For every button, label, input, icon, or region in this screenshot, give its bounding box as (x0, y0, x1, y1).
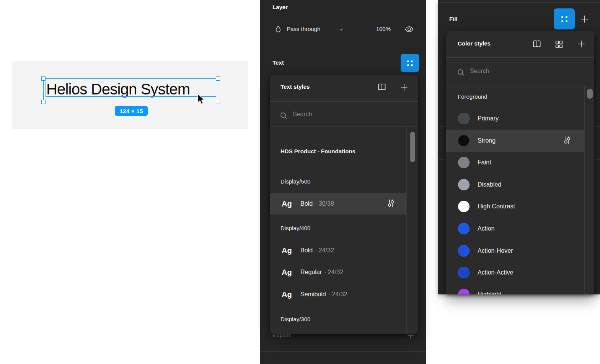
color-style-row[interactable]: Action (446, 218, 584, 240)
style-detail: · 24/32 (328, 291, 347, 298)
popup-divider (446, 86, 594, 86)
text-style-row[interactable]: Ag Bold · 24/32 (270, 240, 406, 261)
screenshot-stage: Helios Design System 124 × 15 Layer Pass… (0, 0, 600, 364)
color-swatch (458, 223, 470, 234)
style-detail: · 24/32 (324, 269, 343, 276)
grid-view-button grid-icon[interactable] (554, 39, 564, 49)
create-style-button plus-icon[interactable] (399, 82, 409, 92)
section-divider (260, 45, 426, 45)
section-divider (438, 2, 600, 3)
color-styles-popup-title: Color styles (458, 40, 491, 47)
text-style-row[interactable]: Ag Semibold · 24/32 (270, 284, 406, 305)
style-detail: · 24/32 (315, 247, 334, 254)
color-swatch (458, 113, 470, 124)
popup-divider (270, 101, 418, 102)
style-group-label: Display/400 (280, 223, 310, 233)
edit-style-button sliders-icon[interactable] (386, 198, 396, 209)
style-preview: Ag (282, 268, 298, 277)
color-style-row[interactable]: Disabled (446, 174, 584, 196)
color-style-name: Action (478, 225, 494, 232)
color-style-name: Strong (478, 137, 496, 144)
edit-style-button sliders-icon[interactable] (562, 135, 572, 146)
color-style-name: Highlight (478, 291, 501, 294)
color-style-row[interactable]: Strong (446, 130, 584, 152)
applied-text-style-button four-dots-icon[interactable] (401, 54, 419, 72)
opacity-field[interactable]: 100% (355, 25, 391, 33)
color-swatch (458, 157, 470, 168)
color-group-label: Foreground (458, 92, 488, 102)
style-library-button book-icon[interactable] (532, 39, 542, 49)
layer-section-title: Layer (272, 3, 288, 11)
text-style-row[interactable]: Ag Regular · 24/32 (270, 262, 406, 283)
create-style-button plus-icon[interactable] (576, 39, 586, 49)
text-styles-search-input[interactable] (293, 111, 388, 118)
search-icon (457, 68, 465, 76)
popup-divider (270, 126, 418, 127)
color-swatch (458, 245, 470, 257)
color-style-row[interactable]: Faint (446, 151, 584, 174)
style-group-label: Display/500 (280, 177, 310, 187)
style-name: Bold (300, 200, 313, 207)
color-style-row[interactable]: Action-Hover (446, 240, 584, 262)
text-styles-popup: Text styles HDS Product - Foundations Di… (270, 75, 418, 334)
scrollbar-thumb[interactable] (410, 132, 415, 162)
style-name: Semibold (300, 291, 326, 298)
applied-color-style-button four-dots-icon[interactable] (554, 8, 575, 29)
scrollbar-track-border (406, 127, 407, 334)
selection-handle-bottom-left[interactable] (41, 100, 46, 104)
scrollbar-thumb[interactable] (587, 89, 593, 99)
color-style-name: Disabled (478, 181, 501, 188)
blend-mode-icon droplet-icon (274, 25, 282, 33)
color-styles-popup: Color styles Foreground Primary (446, 31, 594, 294)
color-style-row[interactable]: Highlight (446, 283, 584, 294)
canvas-preview: Helios Design System 124 × 15 (12, 61, 248, 129)
selection-handle-top-right[interactable] (216, 76, 220, 81)
text-section-title: Text (272, 58, 284, 67)
color-style-name: Faint (478, 159, 491, 166)
selection-bounding-box[interactable] (43, 78, 218, 102)
color-style-name: Action-Active (478, 269, 513, 276)
selection-handle-top-left[interactable] (41, 76, 46, 81)
text-style-row[interactable]: Ag Bold · 30/38 (270, 193, 406, 214)
popup-divider (446, 57, 594, 58)
color-style-row[interactable]: Primary (446, 107, 584, 130)
library-group-label: HDS Product - Foundations (280, 146, 355, 156)
style-name: Regular (300, 269, 322, 276)
style-group-label: Display/300 (280, 314, 310, 324)
style-detail: · 30/38 (315, 200, 334, 207)
section-divider (260, 351, 426, 352)
style-preview: Ag (282, 200, 298, 208)
color-style-name: Action-Hover (478, 247, 513, 254)
search-icon (280, 112, 288, 120)
size-badge: 124 × 15 (115, 106, 148, 116)
selection-handle-bottom-right[interactable] (216, 100, 220, 104)
fill-section-title: Fill (449, 15, 458, 23)
mouse-cursor-icon (196, 93, 206, 105)
text-styles-popup-title: Text styles (280, 83, 310, 90)
color-style-name: High Contrast (478, 203, 515, 210)
scrollbar-track-border (584, 86, 585, 294)
color-swatch (458, 267, 470, 278)
color-style-name: Primary (478, 115, 499, 122)
style-preview: Ag (282, 246, 298, 255)
visibility-toggle eye-icon[interactable] (404, 24, 414, 34)
color-swatch (458, 135, 470, 146)
color-style-row[interactable]: High Contrast (446, 195, 584, 218)
color-swatch (458, 201, 470, 212)
style-preview: Ag (282, 290, 298, 299)
blend-mode-dropdown[interactable]: Pass through (287, 25, 320, 33)
color-swatch (458, 289, 470, 294)
color-styles-search-input[interactable] (470, 68, 566, 75)
style-name: Bold (300, 247, 313, 254)
add-fill-button plus-icon[interactable] (579, 14, 590, 24)
color-style-row[interactable]: Action-Active (446, 262, 584, 284)
color-swatch (458, 179, 470, 190)
style-library-button book-icon[interactable] (377, 82, 387, 92)
chevron-down-icon (338, 26, 344, 32)
